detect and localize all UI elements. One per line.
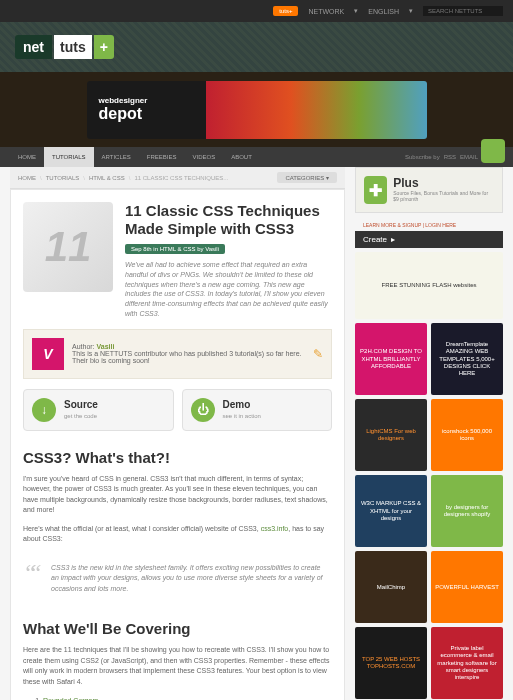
sidebar-ad[interactable]: P2H.COM DESIGN TO XHTML BRILLIANTLY AFFO… <box>355 323 427 395</box>
sidebar-ad[interactable]: W3C MARKUP CSS & XHTML for your designs <box>355 475 427 547</box>
plus-icon: ✚ <box>364 176 387 204</box>
breadcrumb: HOME\ TUTORIALS\ HTML & CSS\ 11 CLASSIC … <box>10 167 345 189</box>
arrow-right-icon: ▸ <box>391 235 395 244</box>
nav-videos[interactable]: VIDEOS <box>184 154 223 160</box>
author-bio: This is a NETTUTS contributor who has pu… <box>72 350 302 364</box>
sidebar-ad[interactable]: by designers for designers shopify <box>431 475 503 547</box>
sidebar: ✚ PlusSource Files, Bonus Tutorials and … <box>355 167 503 700</box>
crumb-home[interactable]: HOME <box>18 175 36 181</box>
crumb-htmlcss[interactable]: HTML & CSS <box>89 175 125 181</box>
network-badge[interactable]: tuts+ <box>273 6 298 16</box>
nav-freebies[interactable]: FREEBIES <box>139 154 185 160</box>
nav-articles[interactable]: ARTICLES <box>94 154 139 160</box>
crumb-current: 11 CLASSIC CSS TECHNIQUES... <box>134 175 228 181</box>
sidebar-ad[interactable]: LightCMS For web designers <box>355 399 427 471</box>
pencil-icon[interactable]: ✎ <box>313 347 323 361</box>
paragraph: Here are the 11 techniques that I'll be … <box>23 645 332 687</box>
categories-dropdown[interactable]: CATEGORIES ▾ <box>277 172 337 183</box>
plus-links[interactable]: LEARN MORE & SIGNUP | LOGIN HERE <box>355 219 503 231</box>
nav-home[interactable]: HOME <box>10 154 44 160</box>
plus-promo[interactable]: ✚ PlusSource Files, Bonus Tutorials and … <box>355 167 503 213</box>
sidebar-ad[interactable]: POWERFUL HARVEST <box>431 551 503 623</box>
ads-grid: FREE STUNNING FLASH websitesP2H.COM DESI… <box>355 252 503 699</box>
email-link[interactable]: EMAIL <box>460 154 478 160</box>
rss-link[interactable]: RSS <box>444 154 456 160</box>
nav-about[interactable]: ABOUT <box>223 154 260 160</box>
chevron-down-icon: ▾ <box>354 7 358 15</box>
sidebar-ad[interactable]: TOP 25 WEB HOSTS TOPHOSTS.COM <box>355 627 427 699</box>
ad-banner[interactable]: webdesignerdepot <box>87 81 427 139</box>
topbar: tuts+ NETWORK▾ ENGLISH▾ <box>0 0 513 22</box>
heading-covering: What We'll Be Covering <box>23 620 332 637</box>
blockquote: CSS3 is the new kid in the stylesheet fa… <box>23 555 332 603</box>
sidebar-ad[interactable]: Private label ecommerce & email marketin… <box>431 627 503 699</box>
toc-list: Rounded Corners Box Shadow Text Shadow F… <box>23 695 332 700</box>
article-intro: We've all had to achieve some effect tha… <box>125 260 332 319</box>
sidebar-ad[interactable]: iconshock 500,000 icons <box>431 399 503 471</box>
create-bar[interactable]: Create▸ <box>355 231 503 248</box>
author-avatar: V <box>32 338 64 370</box>
source-button[interactable]: ↓ Sourceget the code <box>23 389 174 431</box>
chevron-down-icon: ▾ <box>409 7 413 15</box>
network-dropdown[interactable]: NETWORK <box>308 8 344 15</box>
search-input[interactable] <box>423 6 503 16</box>
language-dropdown[interactable]: ENGLISH <box>368 8 399 15</box>
crumb-tutorials[interactable]: TUTORIALS <box>46 175 80 181</box>
heading-css3: CSS3? What's that?! <box>23 449 332 466</box>
demo-button[interactable]: ⏻ Demosee it in action <box>182 389 333 431</box>
article-meta: Sep 8th in HTML & CSS by Vasili <box>125 244 225 254</box>
site-header: net tuts + <box>0 22 513 72</box>
rss-icon[interactable] <box>481 139 505 163</box>
download-icon: ↓ <box>32 398 56 422</box>
paragraph: Here's what the official (or at least, w… <box>23 524 332 545</box>
css3-info-link[interactable]: css3.info <box>261 525 289 532</box>
logo[interactable]: net tuts + <box>15 35 114 59</box>
banner-area: webdesignerdepot <box>0 72 513 147</box>
article-title: 11 Classic CSS Techniques Made Simple wi… <box>125 202 332 238</box>
main-nav: HOME TUTORIALS ARTICLES FREEBIES VIDEOS … <box>0 147 513 167</box>
nav-tutorials[interactable]: TUTORIALS <box>44 147 94 167</box>
subscribe-label: Subscribe by <box>405 154 440 160</box>
sidebar-ad[interactable]: FREE STUNNING FLASH websites <box>355 252 503 319</box>
article: 11 11 Classic CSS Techniques Made Simple… <box>10 189 345 700</box>
author-name[interactable]: Vasili <box>97 343 115 350</box>
sidebar-ad[interactable]: MailChimp <box>355 551 427 623</box>
power-icon: ⏻ <box>191 398 215 422</box>
author-box: V Author: Vasili This is a NETTUTS contr… <box>23 329 332 379</box>
paragraph: I'm sure you've heard of CSS in general.… <box>23 474 332 516</box>
article-thumbnail: 11 <box>23 202 113 292</box>
sidebar-ad[interactable]: DreamTemplate AMAZING WEB TEMPLATES 5,00… <box>431 323 503 395</box>
